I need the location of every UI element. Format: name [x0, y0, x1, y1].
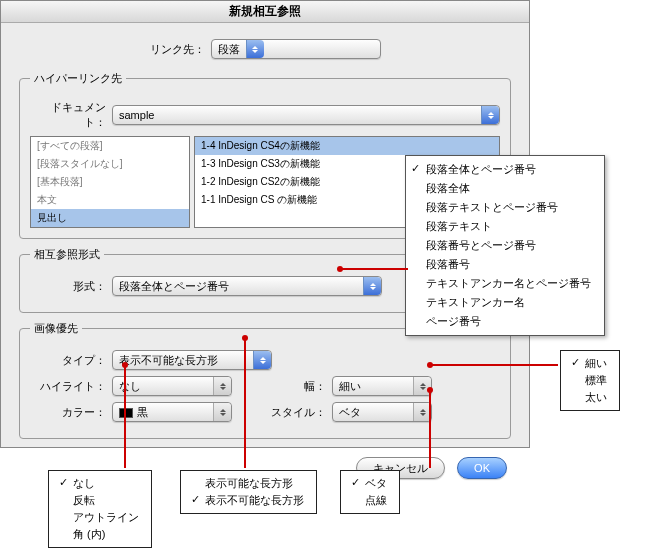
- menu-item[interactable]: テキストアンカー名とページ番号: [406, 274, 604, 293]
- menu-item[interactable]: 段落番号: [406, 255, 604, 274]
- style-options-annotation: ベタ点線: [340, 470, 400, 514]
- menu-item: ベタ: [349, 475, 391, 492]
- list-item[interactable]: [基本段落]: [31, 173, 189, 191]
- list-item[interactable]: 見出し: [31, 209, 189, 227]
- color-value: 黒: [113, 405, 213, 420]
- style-label: スタイル：: [232, 405, 332, 420]
- style-value: ベタ: [333, 405, 413, 420]
- menu-item[interactable]: テキストアンカー名: [406, 293, 604, 312]
- dialog-title: 新規相互参照: [1, 1, 529, 23]
- link-row: リンク先： 段落: [1, 29, 529, 63]
- color-label: カラー：: [30, 405, 112, 420]
- format-value: 段落全体とページ番号: [113, 279, 363, 294]
- ok-button[interactable]: OK: [457, 457, 507, 479]
- document-value: sample: [113, 109, 481, 121]
- destination-legend: ハイパーリンク先: [30, 71, 126, 86]
- document-select[interactable]: sample: [112, 105, 500, 125]
- format-popup[interactable]: 段落全体とページ番号段落全体段落テキストとページ番号段落テキスト段落番号とページ…: [405, 155, 605, 336]
- link-value: 段落: [212, 42, 246, 57]
- appearance-legend: 画像優先: [30, 321, 82, 336]
- updown-icon: [481, 106, 499, 124]
- menu-item: 表示可能な長方形: [189, 475, 308, 492]
- menu-item: 角 (内): [57, 526, 143, 543]
- menu-item[interactable]: 段落全体とページ番号: [406, 160, 604, 179]
- width-label: 幅：: [232, 379, 332, 394]
- width-select[interactable]: 細い: [332, 376, 432, 396]
- list-item[interactable]: 1-4 InDesign CS4の新機能: [195, 137, 499, 155]
- menu-item[interactable]: 段落テキスト: [406, 217, 604, 236]
- menu-item: なし: [57, 475, 143, 492]
- updown-icon: [413, 403, 431, 421]
- highlight-value: なし: [113, 379, 213, 394]
- type-select[interactable]: 表示不可能な長方形: [112, 350, 272, 370]
- highlight-select[interactable]: なし: [112, 376, 232, 396]
- format-legend: 相互参照形式: [30, 247, 104, 262]
- menu-item: 反転: [57, 492, 143, 509]
- menu-item[interactable]: 段落テキストとページ番号: [406, 198, 604, 217]
- link-label: リンク先：: [150, 42, 211, 57]
- paragraph-style-list[interactable]: [すべての段落][段落スタイルなし][基本段落]本文見出し: [30, 136, 190, 228]
- list-item[interactable]: [すべての段落]: [31, 137, 189, 155]
- menu-item: 太い: [569, 389, 611, 406]
- menu-item[interactable]: 段落番号とページ番号: [406, 236, 604, 255]
- type-value: 表示不可能な長方形: [113, 353, 253, 368]
- menu-item: 点線: [349, 492, 391, 509]
- style-select[interactable]: ベタ: [332, 402, 432, 422]
- width-options-annotation: 細い標準太い: [560, 350, 620, 411]
- color-swatch-icon: [119, 408, 133, 418]
- document-label: ドキュメント：: [30, 100, 112, 130]
- updown-icon: [253, 351, 271, 369]
- type-options-annotation: 表示可能な長方形表示不可能な長方形: [180, 470, 317, 514]
- format-label: 形式：: [30, 279, 112, 294]
- format-select[interactable]: 段落全体とページ番号: [112, 276, 382, 296]
- highlight-options-annotation: なし反転アウトライン角 (内): [48, 470, 152, 548]
- updown-icon: [413, 377, 431, 395]
- menu-item: 標準: [569, 372, 611, 389]
- menu-item[interactable]: ページ番号: [406, 312, 604, 331]
- highlight-label: ハイライト：: [30, 379, 112, 394]
- updown-icon: [213, 403, 231, 421]
- color-select[interactable]: 黒: [112, 402, 232, 422]
- list-item[interactable]: [段落スタイルなし]: [31, 155, 189, 173]
- width-value: 細い: [333, 379, 413, 394]
- menu-item: アウトライン: [57, 509, 143, 526]
- menu-item[interactable]: 段落全体: [406, 179, 604, 198]
- list-item[interactable]: 本文: [31, 191, 189, 209]
- updown-icon: [246, 40, 264, 58]
- updown-icon: [213, 377, 231, 395]
- type-label: タイプ：: [30, 353, 112, 368]
- appearance-group: 画像優先 タイプ： 表示不可能な長方形 ハイライト： なし 幅： 細い カラー：…: [19, 321, 511, 439]
- menu-item: 表示不可能な長方形: [189, 492, 308, 509]
- link-select[interactable]: 段落: [211, 39, 381, 59]
- updown-icon: [363, 277, 381, 295]
- menu-item: 細い: [569, 355, 611, 372]
